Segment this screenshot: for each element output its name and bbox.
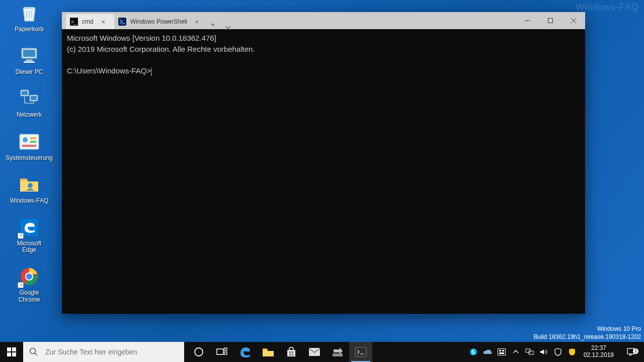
tab-close-icon[interactable]: ✕ bbox=[100, 18, 107, 25]
tray-volume-icon[interactable] bbox=[539, 348, 548, 355]
desktop-icon-label: Dieser PC bbox=[16, 69, 43, 75]
desktop-icon-label: Systemsteuerung bbox=[6, 155, 52, 161]
terminal-icon bbox=[355, 347, 367, 357]
svg-rect-12 bbox=[22, 145, 36, 147]
desktop-icon-label: Papierkorb bbox=[15, 26, 44, 33]
svg-rect-31 bbox=[289, 351, 291, 353]
maximize-button[interactable] bbox=[539, 12, 562, 29]
tab-cmd[interactable]: >_ cmd ✕ bbox=[66, 14, 114, 29]
close-button[interactable] bbox=[562, 12, 585, 29]
svg-rect-36 bbox=[333, 353, 343, 356]
task-view-icon bbox=[216, 347, 227, 356]
edge-icon bbox=[238, 345, 252, 358]
svg-rect-6 bbox=[22, 91, 28, 95]
svg-rect-1 bbox=[23, 50, 35, 57]
folder-user-icon bbox=[18, 173, 40, 196]
share-icon bbox=[332, 346, 344, 357]
svg-rect-35 bbox=[309, 348, 320, 356]
svg-rect-7 bbox=[31, 96, 37, 100]
svg-rect-43 bbox=[499, 352, 504, 354]
edge-icon: ↗ bbox=[18, 216, 40, 238]
svg-point-9 bbox=[23, 137, 28, 142]
taskbar: S 22:37 02.12.2019 2 bbox=[0, 342, 644, 362]
tray-onedrive-icon[interactable] bbox=[483, 349, 492, 355]
start-button[interactable] bbox=[0, 342, 23, 362]
minimize-button[interactable] bbox=[516, 12, 539, 29]
terminal-line: Microsoft Windows [Version 10.0.18362.47… bbox=[67, 34, 216, 42]
recycle-bin-icon bbox=[18, 2, 40, 24]
chrome-icon: ↗ bbox=[18, 265, 40, 288]
windows-edition-text: Windows 10 Pro bbox=[533, 325, 641, 333]
svg-rect-34 bbox=[292, 354, 293, 355]
search-box[interactable] bbox=[23, 342, 184, 362]
taskbar-share[interactable] bbox=[326, 342, 349, 362]
terminal-window: >_ cmd ✕ Windows PowerShell ✕ ＋ Mi bbox=[62, 12, 585, 314]
desktop-icons: Papierkorb Dieser PC Netzwerk Systemsteu… bbox=[9, 2, 49, 303]
taskbar-apps bbox=[187, 342, 372, 362]
desktop-icon-systemsteuerung[interactable]: Systemsteuerung bbox=[9, 131, 49, 161]
search-icon bbox=[29, 347, 38, 356]
svg-rect-41 bbox=[499, 350, 501, 351]
svg-rect-30 bbox=[224, 352, 227, 354]
taskbar-clock[interactable]: 22:37 02.12.2019 bbox=[582, 345, 616, 359]
svg-rect-3 bbox=[24, 61, 35, 63]
watermark-text: Windows-FAQ bbox=[576, 2, 639, 13]
desktop-icon-microsoft-edge[interactable]: ↗ Microsoft Edge bbox=[9, 216, 49, 253]
system-tray: S 22:37 02.12.2019 2 bbox=[469, 342, 644, 362]
svg-text:>_: >_ bbox=[71, 19, 77, 25]
search-input[interactable] bbox=[45, 348, 178, 356]
cmd-icon: >_ bbox=[70, 18, 78, 26]
clock-date: 02.12.2019 bbox=[584, 352, 614, 359]
terminal-body[interactable]: Microsoft Windows [Version 10.0.18362.47… bbox=[62, 29, 585, 314]
store-icon bbox=[285, 346, 297, 358]
tray-network-icon[interactable] bbox=[525, 348, 534, 355]
svg-rect-37 bbox=[355, 347, 366, 356]
desktop-icon-windows-faq[interactable]: Windows-FAQ bbox=[9, 173, 49, 204]
desktop-icon-label: Windows-FAQ bbox=[10, 198, 49, 204]
svg-text:S: S bbox=[471, 349, 475, 355]
svg-rect-32 bbox=[292, 351, 293, 353]
action-center-button[interactable]: 2 bbox=[621, 347, 641, 356]
tab-close-icon[interactable]: ✕ bbox=[193, 18, 200, 25]
shortcut-arrow-icon: ↗ bbox=[18, 282, 24, 288]
taskbar-cortana[interactable] bbox=[187, 342, 210, 362]
svg-point-17 bbox=[26, 274, 32, 280]
tray-input-icon[interactable] bbox=[497, 348, 506, 355]
svg-point-27 bbox=[195, 348, 203, 356]
desktop-icon-label: Netzwerk bbox=[17, 112, 42, 118]
tab-powershell[interactable]: Windows PowerShell ✕ bbox=[114, 14, 205, 29]
taskbar-mail[interactable] bbox=[303, 342, 326, 362]
terminal-line: (c) 2019 Microsoft Corporation. Alle Rec… bbox=[67, 45, 255, 53]
taskbar-file-explorer[interactable] bbox=[257, 342, 280, 362]
svg-rect-33 bbox=[289, 354, 291, 355]
terminal-cursor bbox=[151, 68, 151, 76]
taskbar-task-view[interactable] bbox=[210, 342, 233, 362]
window-controls bbox=[516, 12, 585, 29]
svg-rect-10 bbox=[30, 137, 36, 139]
tray-defender-icon[interactable] bbox=[553, 348, 562, 356]
svg-point-26 bbox=[30, 348, 36, 354]
desktop-icon-label: Microsoft Edge bbox=[9, 240, 49, 253]
desktop-icon-papierkorb[interactable]: Papierkorb bbox=[9, 2, 49, 33]
taskbar-store[interactable] bbox=[280, 342, 303, 362]
taskbar-edge[interactable] bbox=[233, 342, 257, 362]
taskbar-terminal[interactable] bbox=[349, 342, 372, 362]
tray-skype-icon[interactable]: S bbox=[469, 348, 478, 356]
desktop-icon-netzwerk[interactable]: Netzwerk bbox=[9, 87, 49, 118]
svg-point-13 bbox=[28, 183, 33, 188]
desktop-icon-dieser-pc[interactable]: Dieser PC bbox=[9, 45, 49, 75]
mail-icon bbox=[308, 347, 321, 357]
desktop-icon-google-chrome[interactable]: ↗ Google Chrome bbox=[9, 265, 49, 303]
pc-icon bbox=[18, 45, 40, 67]
tray-chevron-up-icon[interactable] bbox=[511, 350, 520, 354]
svg-rect-24 bbox=[7, 352, 11, 356]
desktop-icon-label: Google Chrome bbox=[9, 290, 49, 303]
svg-rect-28 bbox=[217, 349, 223, 354]
notification-count: 2 bbox=[633, 348, 638, 354]
network-icon bbox=[18, 87, 40, 110]
tray-security-icon[interactable] bbox=[568, 348, 577, 356]
new-tab-button[interactable]: ＋ bbox=[205, 20, 220, 29]
control-panel-icon bbox=[18, 131, 40, 153]
window-titlebar[interactable]: >_ cmd ✕ Windows PowerShell ✕ ＋ bbox=[62, 12, 585, 29]
svg-rect-2 bbox=[26, 59, 33, 61]
